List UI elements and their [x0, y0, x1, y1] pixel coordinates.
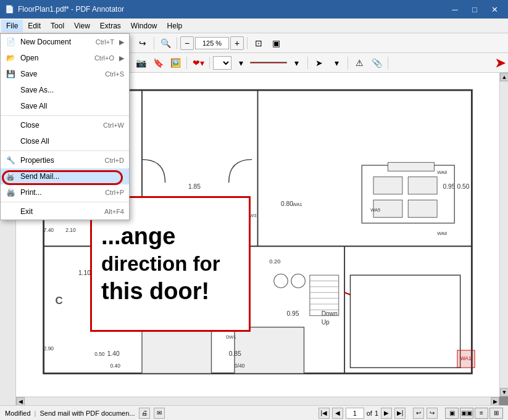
status-send-btn[interactable]: ✉: [154, 408, 165, 419]
menu-item-print[interactable]: 🖨️ Print... Ctrl+P: [1, 184, 129, 200]
page-total: 1: [375, 410, 378, 417]
bottom-scrollbar[interactable]: ◀ ▶: [16, 397, 499, 405]
nav-last-btn[interactable]: ▶|: [394, 408, 406, 419]
tb-sep-9: [307, 57, 308, 69]
menu-item-saveall-label: Save All: [20, 102, 124, 110]
svg-text:0.95   0.50: 0.95 0.50: [443, 183, 470, 190]
status-left: Modified | Send mail with PDF documen...…: [5, 408, 165, 419]
sendmail-icon: 🖨️: [6, 171, 15, 181]
line-preview: [250, 62, 287, 64]
scroll-down-btn[interactable]: ▼: [500, 388, 508, 397]
close-button[interactable]: ✕: [486, 3, 503, 15]
menu-item-saveall[interactable]: Save All: [1, 98, 129, 114]
tb-image-btn[interactable]: 🖼️: [167, 56, 183, 70]
view-single-btn[interactable]: ▣: [445, 408, 459, 419]
svg-text:1.10: 1.10: [78, 270, 91, 276]
menu-window[interactable]: Window: [126, 20, 162, 32]
app-window: 📄 FloorPlan1.pdf* - PDF Annotator ─ □ ✕ …: [0, 0, 508, 420]
menu-item-closeall[interactable]: Close All: [1, 133, 129, 149]
svg-text:2.90: 2.90: [44, 345, 54, 352]
menu-item-open[interactable]: 📂 Open Ctrl+O ▶: [1, 50, 129, 66]
svg-text:0.50: 0.50: [94, 351, 105, 357]
open-arrow: ▶: [119, 54, 124, 62]
menu-item-open-label: Open: [20, 54, 90, 62]
menu-edit[interactable]: Edit: [23, 20, 46, 32]
tb-stamp-btn[interactable]: 🔖: [150, 56, 166, 70]
menu-separator-2: [1, 150, 129, 151]
line-width-select[interactable]: ─: [213, 56, 231, 70]
menu-item-properties-shortcut: Ctrl+D: [105, 157, 124, 164]
nav-prev-btn[interactable]: ◀: [332, 408, 343, 419]
tb-arrow-btn[interactable]: ➤: [311, 56, 327, 70]
save-icon: 💾: [6, 69, 15, 79]
maximize-button[interactable]: □: [466, 3, 483, 15]
svg-text:WA8: WA8: [437, 170, 447, 175]
zoom-controls: − +: [180, 36, 244, 50]
svg-rect-17: [373, 177, 402, 194]
zoom-back-btn[interactable]: ↩: [413, 408, 424, 419]
menu-item-sendmail-label: Send Mail...: [20, 172, 124, 181]
menu-view[interactable]: View: [69, 20, 95, 32]
status-print-btn[interactable]: 🖨: [139, 408, 150, 419]
file-dropdown-menu: 📄 New Document Ctrl+T ▶ 📂 Open Ctrl+O ▶ …: [0, 33, 130, 220]
tb-search-btn[interactable]: 🔍: [157, 36, 173, 51]
svg-rect-31: [235, 327, 304, 374]
view-double-btn[interactable]: ▣▣: [460, 408, 473, 419]
tb-sep-10: [348, 57, 348, 69]
nav-next-btn[interactable]: ▶: [381, 408, 392, 419]
app-icon: 📄: [5, 5, 14, 14]
status-sep: |: [35, 410, 36, 417]
menu-help[interactable]: Help: [162, 20, 188, 32]
scroll-up-btn[interactable]: ▲: [500, 73, 508, 81]
svg-text:0/40: 0/40: [235, 363, 245, 369]
menu-extras[interactable]: Extras: [95, 20, 126, 32]
svg-rect-52: [351, 275, 460, 368]
menu-item-new-shortcut: Ctrl+T: [96, 38, 114, 46]
menu-item-saveas[interactable]: Save As...: [1, 82, 129, 98]
zoom-input[interactable]: [195, 37, 229, 49]
menu-item-print-label: Print...: [20, 188, 100, 197]
closeall-icon: [6, 136, 15, 146]
menu-file[interactable]: File: [1, 20, 23, 32]
saveas-icon: [6, 85, 15, 95]
svg-rect-30: [142, 327, 212, 374]
tb-heart-btn[interactable]: ❤▾: [190, 56, 206, 70]
nav-first-btn[interactable]: |◀: [319, 408, 330, 419]
zoom-plus-btn[interactable]: +: [230, 36, 244, 50]
right-scrollbar[interactable]: ▲ ▼: [499, 73, 508, 397]
zoom-minus-btn[interactable]: −: [180, 36, 194, 50]
menu-item-new-document[interactable]: 📄 New Document Ctrl+T ▶: [1, 34, 129, 50]
tb-snapshot-btn[interactable]: 📷: [133, 56, 149, 70]
menu-item-saveas-label: Save As...: [20, 86, 124, 94]
line-style-arrow[interactable]: ▾: [233, 56, 249, 70]
view-full-btn[interactable]: ⊞: [489, 408, 503, 419]
menu-item-exit[interactable]: Exit Alt+F4: [1, 204, 129, 220]
svg-text:0.20: 0.20: [269, 258, 280, 265]
tb-arrow-arrow[interactable]: ▾: [328, 56, 344, 70]
tb-redo-btn[interactable]: ↪: [135, 36, 151, 51]
menu-separator-3: [1, 202, 129, 202]
tb-fit-btn[interactable]: ⊡: [251, 36, 267, 51]
new-doc-icon: 📄: [6, 37, 15, 47]
scroll-left-btn[interactable]: ◀: [16, 397, 25, 406]
tb-attach-btn[interactable]: 📎: [369, 56, 385, 70]
minimize-button[interactable]: ─: [446, 3, 464, 15]
menu-item-save[interactable]: 💾 Save Ctrl+S: [1, 66, 129, 82]
menu-item-open-shortcut: Ctrl+O: [94, 54, 114, 62]
menu-item-properties[interactable]: 🔧 Properties Ctrl+D: [1, 152, 129, 168]
svg-rect-21: [388, 162, 434, 171]
svg-text:WA1: WA1: [293, 202, 302, 207]
tb-caution-btn[interactable]: ⚠: [351, 56, 367, 70]
open-icon: 📂: [6, 53, 15, 63]
menu-item-close[interactable]: Close Ctrl+W: [1, 117, 129, 133]
menu-tool[interactable]: Tool: [46, 20, 69, 32]
scroll-right-btn[interactable]: ▶: [491, 397, 499, 406]
line-preview-arrow[interactable]: ▾: [288, 56, 304, 70]
new-doc-arrow: ▶: [119, 38, 124, 46]
zoom-fwd-btn[interactable]: ↪: [427, 408, 438, 419]
tb-fullscreen-btn[interactable]: ▣: [268, 36, 284, 51]
menu-item-sendmail[interactable]: 🖨️ Send Mail...: [1, 168, 129, 184]
page-number-input[interactable]: [346, 408, 364, 419]
view-scroll-btn[interactable]: ≡: [475, 408, 488, 419]
menu-item-closeall-label: Close All: [20, 137, 124, 146]
